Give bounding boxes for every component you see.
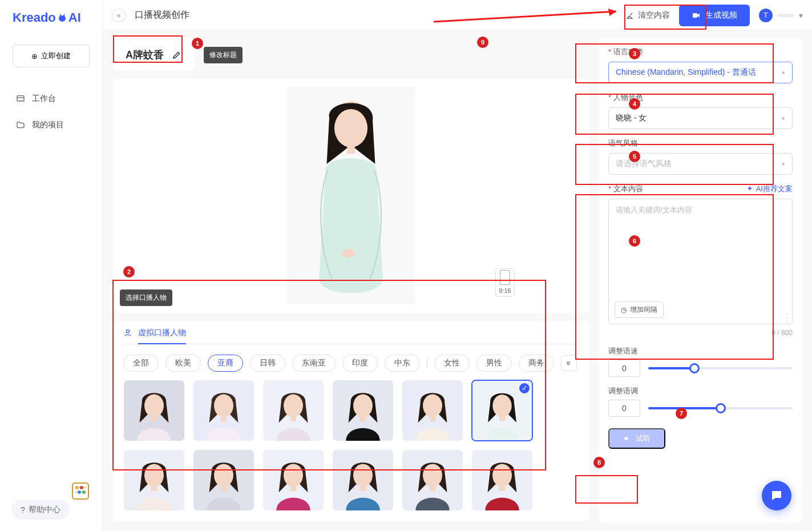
voice-select[interactable]: 晓晓 - 女 ▾ [608,107,793,129]
user-avatar: T [759,9,773,22]
avatar-thumb [263,380,324,441]
script-textarea[interactable]: 请输入关键词/文本内容 ◷ 增加间隔 ⋰ [608,199,793,324]
chevron-down-icon: ▾ [799,11,803,20]
sparkle-icon [746,185,754,193]
svg-rect-44 [360,485,366,491]
region-chip[interactable]: 亚裔 [208,355,243,372]
svg-point-19 [214,394,233,417]
svg-rect-0 [17,96,24,101]
gender-chip[interactable]: 女性 [434,355,470,372]
avatar-card[interactable] [402,449,463,511]
svg-point-7 [82,490,86,494]
pitch-value[interactable]: 0 [608,400,640,417]
svg-point-13 [342,249,354,258]
chevron-double-down-icon: » [564,361,573,365]
chevron-down-icon: ▾ [782,160,785,168]
avatar-card[interactable] [402,380,463,441]
sidebar-item-dashboard[interactable]: 工作台 [0,86,102,112]
speed-value[interactable]: 0 [608,360,640,377]
sidebar-item-label: 我的项目 [32,120,64,130]
chat-fab-button[interactable] [762,481,791,510]
avatar-thumb [472,381,532,440]
collapse-sidebar-button[interactable]: « [112,9,126,22]
chevron-down-icon: ▾ [782,115,785,122]
preview-audio-button[interactable]: 试听 [608,428,665,449]
field-label-speed: 调整语速 [608,346,793,356]
edit-title-button[interactable] [172,50,182,60]
chat-icon [770,489,783,502]
more-chips-button[interactable]: » [561,355,577,371]
add-gap-button[interactable]: ◷ 增加间隔 [615,301,664,318]
speed-slider[interactable] [648,367,793,369]
avatar-card[interactable] [123,449,185,511]
svg-point-14 [126,330,129,333]
pitch-slider[interactable] [648,407,793,409]
tone-select[interactable]: 请选择语气风格 ▾ [608,153,793,175]
svg-rect-20 [221,415,227,421]
svg-rect-29 [430,415,436,421]
help-icon: ? [21,505,25,514]
avatar-card[interactable] [332,449,394,511]
region-chip[interactable]: 日韩 [250,355,285,372]
decor-abacus-icon [69,480,92,502]
avatar-card[interactable] [123,380,185,441]
sidebar-item-projects[interactable]: 我的项目 [0,112,102,138]
sidebar: Kreado AI ⊕ 立即创建 工作台 我的项目 [0,0,103,531]
gender-chip[interactable]: 男性 [476,355,512,372]
help-button[interactable]: ? 帮助中心 [11,500,70,520]
avatar-gallery: 虚拟口播人物 全部欧美亚裔日韩东南亚印度中东女性男性商务» [113,321,589,521]
svg-rect-38 [221,485,227,491]
region-chip[interactable]: 印度 [342,355,378,372]
folder-icon [16,120,25,130]
document-title-box: A牌蚊香 [113,39,195,71]
region-chip[interactable]: 欧美 [165,355,201,372]
svg-rect-26 [360,415,366,421]
svg-point-28 [423,394,442,417]
avatar-thumb [402,380,463,441]
avatar-thumb [193,380,254,441]
user-menu[interactable]: T ▾ [759,9,803,22]
generate-video-button[interactable]: 生成视频 [679,5,750,26]
region-chip[interactable]: 全部 [123,355,159,372]
avatar-card[interactable] [471,449,533,511]
avatar-card[interactable] [262,380,324,441]
avatar-card[interactable] [332,380,394,441]
avatar-thumb [333,380,393,441]
svg-point-4 [75,486,79,489]
svg-point-46 [423,464,442,486]
resize-handle-icon: ⋰ [780,311,792,323]
avatar-preview: 9:16 选择口播人物 [113,79,589,313]
svg-point-16 [144,394,164,417]
avatar-card[interactable] [193,449,254,511]
gender-chip[interactable]: 商务 [519,355,554,372]
avatar-card[interactable] [262,449,324,511]
svg-line-51 [434,11,616,22]
avatar-card[interactable] [193,380,254,441]
region-chip[interactable]: 中东 [385,355,420,372]
char-counter: 0 / 800 [608,329,793,337]
avatar-card[interactable] [471,380,533,441]
create-button[interactable]: ⊕ 立即创建 [13,45,90,67]
language-select[interactable]: Chinese (Mandarin, Simplified) - 普通话 ▾ [608,62,793,83]
aspect-ratio-button[interactable]: 9:16 [495,268,515,297]
region-chip[interactable]: 东南亚 [292,355,336,372]
svg-point-22 [284,394,303,417]
svg-rect-23 [290,415,297,421]
ai-suggest-button[interactable]: AI推荐文案 [746,184,793,194]
speaker-icon [623,435,631,442]
svg-rect-41 [290,485,297,491]
avatar-thumb [333,450,393,510]
svg-point-31 [492,395,511,417]
svg-point-5 [80,486,83,489]
gallery-tab-virtual[interactable]: 虚拟口播人物 [138,328,186,344]
field-label-tone: 语气风格 [608,138,793,148]
dashboard-icon [16,94,25,103]
avatar-thumb [402,450,463,510]
svg-rect-50 [499,485,506,491]
clear-content-button[interactable]: 清空内容 [625,10,670,21]
avatar-thumb [263,450,324,510]
chip-separator [427,358,427,368]
svg-point-43 [353,464,373,486]
svg-rect-12 [347,145,354,154]
sidebar-item-label: 工作台 [32,94,56,104]
